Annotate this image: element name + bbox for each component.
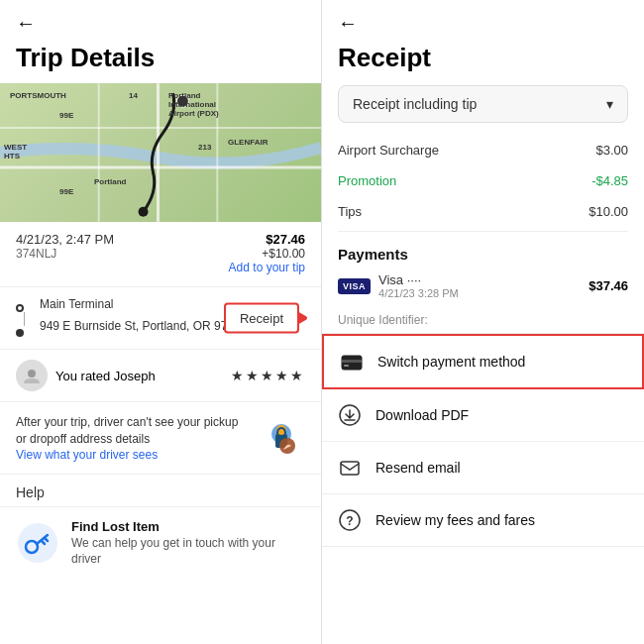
help-label: Help (16, 484, 305, 500)
switch-payment-label: Switch payment method (377, 354, 525, 370)
privacy-section: After your trip, driver can't see your p… (0, 402, 321, 475)
payments-section: Payments VISA Visa ···· 4/21/23 3:28 PM … (322, 236, 644, 309)
card-icon (340, 350, 364, 374)
trip-amount: $27.46 (229, 232, 305, 247)
trip-map: PORTSMOUTH PortlandInternationalAirport … (0, 83, 321, 222)
receipt-item-promotion: Promotion -$4.85 (338, 165, 628, 196)
svg-text:?: ? (346, 514, 353, 528)
map-label-glenfair: GLENFAIR (228, 138, 268, 147)
receipt-button[interactable]: Receipt (224, 303, 299, 334)
svg-point-6 (139, 207, 149, 217)
visa-info: Visa ···· 4/21/23 3:28 PM (378, 272, 459, 299)
receipt-items: Airport Surcharge $3.00 Promotion -$4.85… (322, 135, 644, 232)
download-pdf-label: Download PDF (376, 407, 469, 423)
driver-avatar (16, 360, 48, 391)
lost-item-icon (16, 521, 59, 565)
lost-item-text: Find Lost Item We can help you get in to… (71, 519, 305, 567)
map-label-airport: PortlandInternationalAirport (PDX) (168, 91, 219, 118)
map-label-14: 14 (129, 91, 138, 100)
map-label-99e-bot: 99E (59, 187, 73, 196)
trip-tip: +$10.00 (229, 247, 305, 261)
map-label-portland: Portland (94, 177, 126, 186)
receipt-divider (338, 231, 628, 232)
review-fees-item[interactable]: ? Review my fees and fares (322, 494, 644, 547)
left-back-button[interactable]: ← (0, 0, 321, 39)
action-list: Switch payment method Download PDF Re (322, 333, 644, 547)
view-driver-sees-link[interactable]: View what your driver sees (16, 448, 248, 462)
trip-code: 374NLJ (16, 247, 114, 261)
visa-number: Visa ···· (378, 272, 459, 287)
map-label-west: WESTHTS (4, 143, 27, 161)
receipt-type-selector[interactable]: Receipt including tip ▾ (338, 85, 628, 123)
svg-rect-19 (344, 365, 349, 367)
visa-date: 4/21/23 3:28 PM (378, 287, 459, 299)
payment-row: VISA Visa ···· 4/21/23 3:28 PM $37.46 (338, 272, 628, 299)
payment-amount: $37.46 (589, 278, 628, 293)
receipt-item-surcharge: Airport Surcharge $3.00 (338, 135, 628, 165)
question-icon: ? (338, 508, 362, 532)
driver-stars: ★★★★★ (231, 368, 305, 383)
left-page-title: Trip Details (0, 39, 321, 83)
map-label-portsmouth: PORTSMOUTH (10, 91, 66, 100)
payments-title: Payments (338, 246, 628, 263)
driver-rating-label: You rated Joseph (55, 369, 156, 383)
resend-email-label: Resend email (376, 460, 461, 476)
right-page-title: Receipt (322, 39, 644, 85)
trip-date: 4/21/23, 2:47 PM (16, 232, 114, 247)
lost-item-section[interactable]: Find Lost Item We can help you get in to… (0, 507, 321, 579)
privacy-text: After your trip, driver can't see your p… (16, 414, 248, 448)
map-label-99e-top: 99E (59, 111, 73, 120)
email-icon (338, 456, 362, 480)
receipt-item-tips: Tips $10.00 (338, 196, 628, 227)
review-fees-label: Review my fees and fares (376, 512, 535, 528)
unique-identifier-label: Unique Identifier: (322, 309, 644, 333)
trip-info: 4/21/23, 2:47 PM 374NLJ $27.46 +$10.00 A… (0, 222, 321, 287)
route-dest-dot (16, 329, 24, 337)
download-icon (338, 403, 362, 427)
lost-item-title: Find Lost Item (71, 519, 305, 534)
right-panel: ← Receipt Receipt including tip ▾ Airpor… (322, 0, 644, 644)
lost-item-description: We can help you get in touch with your d… (71, 536, 305, 567)
svg-point-7 (28, 370, 36, 377)
route-origin-dot (16, 304, 24, 312)
resend-email-item[interactable]: Resend email (322, 442, 644, 494)
map-label-213: 213 (198, 143, 211, 152)
svg-rect-22 (341, 462, 359, 475)
svg-rect-18 (342, 360, 362, 363)
privacy-icon (258, 414, 305, 462)
visa-badge: VISA (338, 278, 371, 294)
receipt-type-label: Receipt including tip (353, 96, 477, 112)
right-back-button[interactable]: ← (322, 0, 644, 39)
rating-row: You rated Joseph ★★★★★ (0, 350, 321, 402)
help-section: Help (0, 475, 321, 507)
left-panel: ← Trip Details PORTSMOUTH P (0, 0, 322, 644)
download-pdf-item[interactable]: Download PDF (322, 389, 644, 442)
add-to-tip-link[interactable]: Add to your tip (229, 261, 305, 274)
chevron-down-icon: ▾ (606, 96, 613, 112)
route-section: Main Terminal 949 E Burnside St, Portlan… (0, 287, 321, 350)
switch-payment-method-item[interactable]: Switch payment method (322, 334, 644, 389)
